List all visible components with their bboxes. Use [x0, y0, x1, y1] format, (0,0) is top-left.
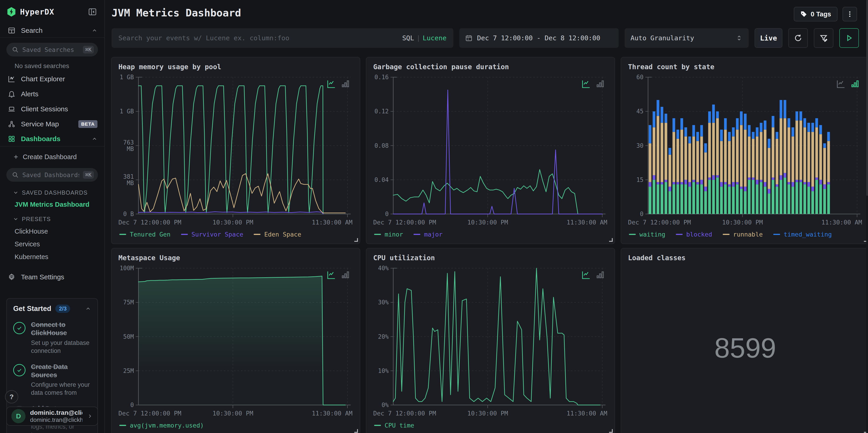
legend-item[interactable]: waiting — [629, 231, 665, 238]
sidebar-item-label: Client Sessions — [21, 105, 97, 113]
legend-item[interactable]: avg(jvm.memory.used) — [119, 422, 204, 429]
chevron-up-icon[interactable] — [92, 136, 97, 142]
sidebar-item-search[interactable]: Search — [0, 24, 104, 38]
bar-chart-mode-icon[interactable] — [850, 79, 860, 89]
svg-text:381MB: 381MB — [123, 173, 134, 186]
svg-text:0.12: 0.12 — [374, 108, 389, 115]
chevron-up-icon[interactable] — [92, 28, 97, 33]
sidebar-item-team-settings[interactable]: Team Settings — [0, 270, 104, 284]
legend-item[interactable]: major — [413, 231, 442, 238]
saved-dashboards-input[interactable]: Saved Dashboards ⌘K — [6, 168, 98, 182]
brand[interactable]: HyperDX — [7, 7, 87, 17]
panel-resize-handle[interactable] — [354, 429, 358, 433]
sidebar-item-chart-explorer[interactable]: Chart Explorer — [0, 71, 104, 87]
event-search-input[interactable]: Search your events w/ Lucene ex. column:… — [112, 28, 453, 48]
metaspace-chart[interactable]: 025M50M75M100MDec 7 12:00:00 PM10:30:00 … — [118, 265, 353, 418]
preset-services[interactable]: Services — [0, 238, 104, 250]
run-query-button[interactable] — [839, 28, 859, 48]
filter-edit-icon — [819, 34, 828, 42]
thread-count-chart[interactable]: 015304560Dec 7 12:00:00 PM10:30:00 PM11:… — [628, 73, 863, 227]
sidebar-item-label: Dashboards — [21, 135, 87, 143]
brand-name: HyperDX — [20, 7, 54, 17]
loaded-classes-value[interactable]: 8599 — [628, 265, 863, 431]
legend-label: major — [424, 231, 442, 238]
panel-resize-handle[interactable] — [354, 238, 358, 242]
saved-dashboards-heading[interactable]: SAVED DASHBOARDS — [0, 187, 104, 198]
tag-icon — [800, 10, 807, 18]
dashboard-link-jvm-metrics[interactable]: JVM Metrics Dashboard — [0, 198, 104, 210]
legend-item[interactable]: runnable — [723, 231, 763, 238]
bar-chart-mode-icon[interactable] — [341, 270, 350, 280]
line-chart-mode-icon[interactable] — [836, 79, 846, 89]
live-button[interactable]: Live — [754, 28, 782, 48]
legend-item[interactable]: Tenured Gen — [119, 231, 170, 238]
heap-memory-chart[interactable]: 0 B381MB763MB1 GB1 GBDec 7 12:00:00 PM10… — [118, 73, 353, 227]
sidebar-item-dashboards[interactable]: Dashboards — [0, 131, 104, 147]
granularity-select[interactable]: Auto Granularity — [625, 28, 749, 48]
get-started-step-sources[interactable]: Create Data Sources Configure where your… — [13, 363, 91, 397]
saved-dashboards-placeholder: Saved Dashboards — [22, 172, 79, 179]
legend-item[interactable]: Eden Space — [254, 231, 301, 238]
preset-kubernetes[interactable]: Kubernetes — [0, 250, 104, 263]
get-started-step-connect[interactable]: Connect to ClickHouse Set up your databa… — [13, 320, 91, 355]
sidebar-item-alerts[interactable]: Alerts — [0, 87, 104, 101]
scrollbar-thumb[interactable] — [866, 0, 868, 196]
line-chart-mode-icon[interactable] — [327, 79, 336, 89]
query-language-toggle[interactable]: SQL|Lucene — [402, 34, 446, 42]
check-circle-icon — [13, 364, 26, 376]
date-range-picker[interactable]: 1 Dec 7 12:00:00 - Dec 8 12:00:00 — [459, 28, 619, 48]
cpu-chart[interactable]: 0%10%20%30%40%Dec 7 12:00:00 PM10:30:00 … — [373, 265, 608, 418]
refresh-icon — [794, 34, 802, 42]
chevron-up-icon[interactable] — [85, 306, 91, 312]
scrollbar[interactable] — [866, 0, 868, 433]
legend-swatch — [676, 234, 683, 235]
search-placeholder: Search your events w/ Lucene ex. column:… — [118, 34, 398, 42]
legend-swatch — [119, 425, 126, 426]
legend-item[interactable]: blocked — [676, 231, 712, 238]
tags-button[interactable]: 0 Tags — [794, 7, 837, 22]
legend-label: waiting — [640, 231, 665, 238]
saved-searches-input[interactable]: Saved Searches ⌘K — [6, 43, 98, 57]
sidebar-item-service-map[interactable]: Service Map BETA — [0, 117, 104, 131]
legend-item[interactable]: timed_waiting — [773, 231, 832, 238]
svg-text:Dec 7 12:00:00 PM: Dec 7 12:00:00 PM — [373, 410, 436, 417]
sidebar-item-client-sessions[interactable]: Client Sessions — [0, 101, 104, 117]
legend-label: minor — [384, 231, 403, 238]
legend-item[interactable]: minor — [374, 231, 403, 238]
svg-text:11:30:00 AM: 11:30:00 AM — [566, 410, 607, 417]
legend-swatch — [629, 234, 636, 235]
lucene-toggle: Lucene — [423, 34, 446, 42]
user-menu[interactable]: D dominic.tran@clic... dominic.tran@clic… — [6, 407, 98, 426]
sidebar-collapse-icon[interactable] — [87, 7, 97, 17]
dashboards-icon — [8, 135, 16, 143]
bar-chart-mode-icon[interactable] — [595, 79, 605, 89]
gc-pause-chart[interactable]: 00.040.080.120.16Dec 7 12:00:00 PM10:30:… — [373, 73, 608, 227]
shortcut-badge: ⌘K — [83, 46, 94, 54]
preset-clickhouse[interactable]: ClickHouse — [0, 225, 104, 238]
svg-text:40%: 40% — [378, 265, 389, 272]
sidebar-header: HyperDX — [0, 0, 104, 24]
panel-resize-handle[interactable] — [609, 238, 613, 242]
user-email: dominic.tran@clickh... — [30, 416, 83, 424]
sidebar-item-label: Search — [21, 27, 87, 34]
bar-chart-mode-icon[interactable] — [341, 79, 350, 89]
create-dashboard-button[interactable]: Create Dashboard — [0, 150, 104, 164]
svg-text:0: 0 — [385, 211, 389, 217]
legend-label: avg(jvm.memory.used) — [130, 422, 204, 429]
chart-mode-toggle — [581, 79, 605, 89]
filter-button[interactable] — [814, 28, 833, 48]
refresh-button[interactable] — [788, 28, 808, 48]
line-chart-mode-icon[interactable] — [581, 270, 591, 280]
help-button[interactable]: ? — [5, 390, 18, 403]
bar-chart-mode-icon[interactable] — [595, 270, 605, 280]
more-menu-button[interactable] — [842, 7, 857, 22]
sidebar: HyperDX Search Saved Searches ⌘K No save… — [0, 0, 105, 433]
chart-legend: waitingblockedrunnabletimed_waiting — [628, 227, 863, 241]
legend-item[interactable]: Survivor Space — [181, 231, 243, 238]
panel-resize-handle[interactable] — [609, 429, 613, 433]
line-chart-mode-icon[interactable] — [327, 270, 336, 280]
line-chart-mode-icon[interactable] — [581, 79, 591, 89]
presets-heading[interactable]: PRESETS — [0, 213, 104, 225]
legend-item[interactable]: CPU time — [374, 422, 414, 429]
legend-label: runnable — [733, 231, 763, 238]
